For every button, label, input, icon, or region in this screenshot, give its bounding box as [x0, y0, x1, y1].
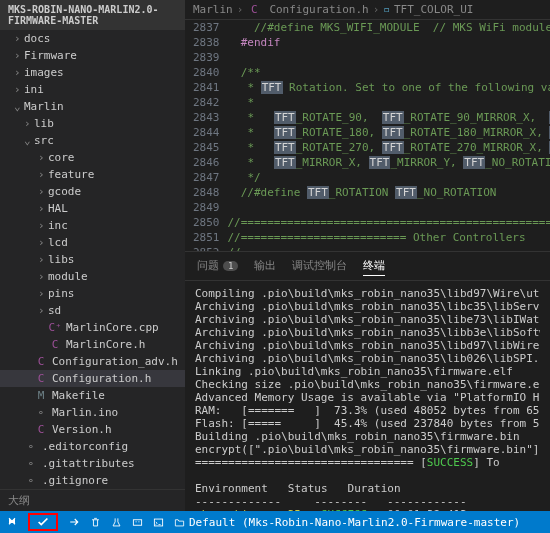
tree-item-hal[interactable]: ›HAL — [0, 200, 185, 217]
tree-item-pins[interactable]: ›pins — [0, 285, 185, 302]
tree-item-configuration_adv.h[interactable]: CConfiguration_adv.h — [0, 353, 185, 370]
tree-item-.gitattributes[interactable]: ∘.gitattributes — [0, 455, 185, 472]
tree-item-configuration.h[interactable]: CConfiguration.h — [0, 370, 185, 387]
tree-item-firmware[interactable]: ›Firmware — [0, 47, 185, 64]
code-content[interactable]: //#define MKS_WIFI_MODULE // MKS WiFi mo… — [228, 20, 551, 251]
tree-item-marlin[interactable]: ⌄Marlin — [0, 98, 185, 115]
sidebar: MKS-ROBIN-NANO-MARLIN2.0-FIRMWARE-MASTER… — [0, 0, 185, 511]
tree-item-feature[interactable]: ›feature — [0, 166, 185, 183]
c-icon: C — [247, 3, 261, 16]
breadcrumb[interactable]: Marlin › C Configuration.h › ▫ TFT_COLOR… — [185, 0, 550, 20]
tree-item-makefile[interactable]: MMakefile — [0, 387, 185, 404]
bc-file[interactable]: Configuration.h — [269, 3, 368, 16]
tree-item-images[interactable]: ›images — [0, 64, 185, 81]
panel-tabs: 问题1输出调试控制台终端 — [185, 252, 550, 281]
tree-item-ini[interactable]: ›ini — [0, 81, 185, 98]
beaker-icon[interactable] — [111, 517, 122, 528]
tree-item-marlincore.h[interactable]: CMarlinCore.h — [0, 336, 185, 353]
panel-tab-终端[interactable]: 终端 — [363, 256, 385, 276]
tree-item-lcd[interactable]: ›lcd — [0, 234, 185, 251]
tree-item-.gitignore[interactable]: ∘.gitignore — [0, 472, 185, 489]
tree-item-gcode[interactable]: ›gcode — [0, 183, 185, 200]
tree-item-module[interactable]: ›module — [0, 268, 185, 285]
svg-rect-0 — [133, 519, 141, 525]
tree-item-marlincore.cpp[interactable]: C⁺MarlinCore.cpp — [0, 319, 185, 336]
remote-icon[interactable] — [6, 516, 18, 528]
env-selector[interactable]: Default (Mks-Robin-Nano-Marlin2.0-Firmwa… — [174, 516, 520, 529]
tree-item-.editorconfig[interactable]: ∘.editorconfig — [0, 438, 185, 455]
upload-icon[interactable] — [68, 516, 80, 528]
env-label: Default (Mks-Robin-Nano-Marlin2.0-Firmwa… — [189, 516, 520, 529]
trash-icon[interactable] — [90, 517, 101, 528]
bc-symbol[interactable]: TFT_COLOR_UI — [394, 3, 473, 16]
tree-item-docs[interactable]: ›docs — [0, 30, 185, 47]
terminal-output[interactable]: Compiling .pio\build\mks_robin_nano35\li… — [185, 281, 550, 511]
tree-item-libs[interactable]: ›libs — [0, 251, 185, 268]
project-title: MKS-ROBIN-NANO-MARLIN2.0-FIRMWARE-MASTER — [0, 0, 185, 30]
folder-icon — [174, 517, 185, 528]
panel-tab-输出[interactable]: 输出 — [254, 256, 276, 276]
tree-item-inc[interactable]: ›inc — [0, 217, 185, 234]
symbol-icon: ▫ — [383, 3, 390, 16]
tree-item-version.h[interactable]: CVersion.h — [0, 421, 185, 438]
bc-folder[interactable]: Marlin — [193, 3, 233, 16]
panel-tab-调试控制台[interactable]: 调试控制台 — [292, 256, 347, 276]
tree-item-core[interactable]: ›core — [0, 149, 185, 166]
outline-section[interactable]: 大纲 — [0, 489, 185, 511]
code-area[interactable]: 2837283828392840284128422843284428452846… — [185, 20, 550, 251]
tree-item-lib[interactable]: ›lib — [0, 115, 185, 132]
status-bar: Default (Mks-Robin-Nano-Marlin2.0-Firmwa… — [0, 511, 550, 533]
tree-item-src[interactable]: ⌄src — [0, 132, 185, 149]
panel-tab-问题[interactable]: 问题1 — [197, 256, 238, 276]
tree-item-marlin.ino[interactable]: ∘Marlin.ino — [0, 404, 185, 421]
line-gutter: 2837283828392840284128422843284428452846… — [185, 20, 228, 251]
file-tree: ›docs›Firmware›images›ini⌄Marlin›lib⌄src… — [0, 30, 185, 489]
serial-icon[interactable] — [132, 517, 143, 528]
build-check-highlighted[interactable] — [28, 513, 58, 531]
tree-item-sd[interactable]: ›sd — [0, 302, 185, 319]
terminal-panel: 问题1输出调试控制台终端 Compiling .pio\build\mks_ro… — [185, 251, 550, 511]
terminal-icon[interactable] — [153, 517, 164, 528]
editor: Marlin › C Configuration.h › ▫ TFT_COLOR… — [185, 0, 550, 511]
